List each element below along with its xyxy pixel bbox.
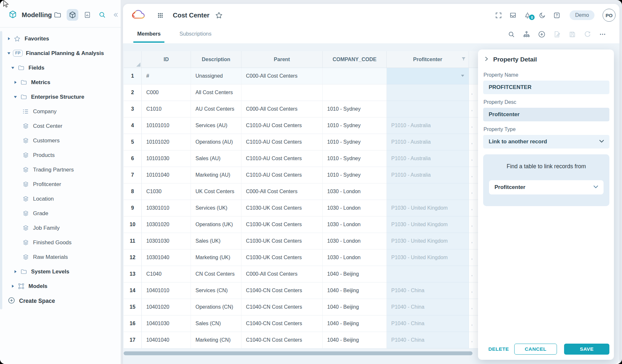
sidebar-scrollbar[interactable] (0, 31, 2, 309)
cell-profitcenter[interactable] (387, 84, 469, 101)
row-number-cell[interactable]: 1 (124, 68, 142, 84)
cell-company-code[interactable]: 1040 - Beijing (323, 282, 387, 299)
cell-profitcenter[interactable]: P1010 - Australia (387, 117, 469, 134)
row-number-cell[interactable]: 10 (124, 216, 142, 233)
cell-company-code[interactable]: 1010 - Sydney (323, 117, 387, 134)
cell-company-code[interactable]: 1040 - Beijing (323, 299, 387, 315)
cell-parent[interactable]: C000-All Cost Centers (241, 101, 323, 117)
cell-parent[interactable]: C000-All Cost Centers (241, 68, 323, 84)
row-number-cell[interactable]: 16 (124, 315, 142, 332)
tree-item-models[interactable]: Models (0, 279, 121, 293)
cell-profitcenter[interactable]: P1010 - Australia (387, 150, 469, 167)
cell-parent[interactable]: C000-All Cost Centers (241, 266, 323, 282)
cell-company-code[interactable]: 1010 - Sydney (323, 150, 387, 167)
cell-company-code[interactable]: 1030 - London (323, 249, 387, 266)
cell-profitcenter[interactable]: P1030 - United Kingdom (387, 249, 469, 266)
folder-icon[interactable] (52, 9, 63, 21)
cell-company-code[interactable]: 1040 - Beijing (323, 332, 387, 348)
column-header-description[interactable]: Description (191, 51, 241, 68)
caret-down-icon[interactable] (14, 95, 19, 99)
cell-parent[interactable]: C1030-UK Cost Centers (241, 233, 323, 249)
cell-description[interactable]: Sales (UK) (191, 233, 241, 249)
delete-button[interactable]: DELETE (486, 346, 511, 352)
tree-item-enterprise-structure[interactable]: Enterprise Structure (0, 90, 121, 104)
caret-right-icon[interactable] (14, 81, 19, 84)
row-number-cell[interactable]: 11 (124, 233, 142, 249)
cancel-button[interactable]: CANCEL (514, 344, 557, 355)
cell-profitcenter[interactable] (387, 101, 469, 117)
add-icon[interactable] (538, 30, 546, 38)
cell-id[interactable]: 10101030 (142, 150, 191, 167)
horizontal-scrollbar[interactable] (124, 351, 472, 355)
avatar[interactable]: PO (603, 9, 616, 22)
cell-parent[interactable]: C1030-UK Cost Centers (241, 249, 323, 266)
cell-company-code[interactable]: 1010 - Sydney (323, 167, 387, 183)
cell-parent[interactable]: C000-All Cost Centers (241, 183, 323, 200)
favorite-star-icon[interactable] (215, 11, 223, 19)
tree-item-trading-partners[interactable]: Trading Partners (0, 162, 121, 177)
cell-parent[interactable]: C1010-AU Cost Centers (241, 134, 323, 150)
tab-members[interactable]: Members (133, 26, 164, 43)
fullscreen-icon[interactable] (494, 11, 503, 19)
caret-down-icon[interactable] (7, 51, 13, 55)
cell-description[interactable]: Sales (CN) (191, 315, 241, 332)
property-desc-field[interactable]: Profitcenter (483, 108, 609, 121)
tree-item-favorites[interactable]: Favorites (0, 31, 121, 46)
cell-description[interactable]: All Cost Centers (191, 84, 241, 101)
cell-company-code[interactable]: 1010 - Sydney (323, 101, 387, 117)
row-number-cell[interactable]: 15 (124, 299, 142, 315)
row-number-cell[interactable]: 12 (124, 249, 142, 266)
inbox-icon[interactable] (509, 11, 517, 19)
cell-profitcenter[interactable]: P1040 - China (387, 315, 469, 332)
cell-description[interactable]: Operations (UK) (191, 216, 241, 233)
demo-badge[interactable]: Demo (570, 10, 594, 20)
report-icon[interactable] (82, 9, 93, 21)
cell-description[interactable]: CN Cost Centers (191, 266, 241, 282)
tree-item-cost-center[interactable]: Cost Center (0, 119, 121, 133)
column-header-profitcenter[interactable]: Profitcenter (387, 51, 469, 68)
cell-id[interactable]: 10401040 (142, 332, 191, 348)
cell-description[interactable]: Operations (CN) (191, 299, 241, 315)
row-number-cell[interactable]: 13 (124, 266, 142, 282)
cell-parent[interactable]: C1040-CN Cost Centers (241, 282, 323, 299)
cell-id[interactable]: 10101020 (142, 134, 191, 150)
cell-parent[interactable]: C1040-CN Cost Centers (241, 299, 323, 315)
tree-item-customers[interactable]: Customers (0, 133, 121, 148)
column-header-parent[interactable]: Parent (241, 51, 323, 68)
row-number-cell[interactable]: 5 (124, 134, 142, 150)
cell-description[interactable]: Sales (AU) (191, 150, 241, 167)
collapse-sidebar-icon[interactable] (111, 9, 120, 21)
cell-profitcenter[interactable]: P1030 - United Kingdom (387, 233, 469, 249)
tree-item-financial-planning-analysis[interactable]: FPFinancial Planning & Analysis (0, 46, 121, 61)
cell-parent[interactable]: C1030-UK Cost Centers (241, 216, 323, 233)
more-icon[interactable] (599, 30, 606, 38)
cell-description[interactable]: Marketing (CN) (191, 332, 241, 348)
cell-description[interactable]: Services (CN) (191, 282, 241, 299)
cell-id[interactable]: 10301030 (142, 233, 191, 249)
hierarchy-icon[interactable] (523, 30, 530, 38)
caret-right-icon[interactable] (7, 37, 13, 40)
row-number-cell[interactable]: 7 (124, 167, 142, 183)
cell-parent[interactable]: C1010-AU Cost Centers (241, 117, 323, 134)
cell-id[interactable]: 10401030 (142, 315, 191, 332)
cell-parent[interactable]: C1040-CN Cost Centers (241, 332, 323, 348)
tree-item-finished-goods[interactable]: Finished Goods (0, 235, 121, 250)
cell-id[interactable]: 10301020 (142, 216, 191, 233)
cell-company-code[interactable]: 1040 - Beijing (323, 266, 387, 282)
cell-parent[interactable]: C1010-AU Cost Centers (241, 150, 323, 167)
tree-item-grade[interactable]: Grade (0, 206, 121, 221)
tree-item-fields[interactable]: Fields (0, 61, 121, 75)
row-number-cell[interactable]: 2 (124, 84, 142, 101)
help-icon[interactable]: ? (552, 11, 561, 19)
row-number-cell[interactable]: 6 (124, 150, 142, 167)
tree-item-system-levels[interactable]: System Levels (0, 264, 121, 279)
save-button[interactable]: SAVE (564, 344, 609, 355)
cell-id[interactable]: 10401010 (142, 282, 191, 299)
tree-item-products[interactable]: Products (0, 148, 121, 162)
cell-parent[interactable] (241, 84, 323, 101)
row-number-cell[interactable]: 8 (124, 183, 142, 200)
cell-id[interactable]: # (142, 68, 191, 84)
column-header-company-code[interactable]: COMPANY_CODE (323, 51, 387, 68)
cell-parent[interactable]: C1040-CN Cost Centers (241, 315, 323, 332)
tree-item-job-family[interactable]: Job Family (0, 221, 121, 235)
